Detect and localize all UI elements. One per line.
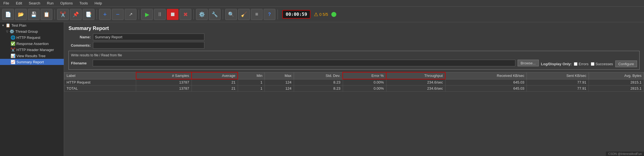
- menu-tools[interactable]: Tools: [78, 1, 89, 6]
- footer: CSDN @InterestAndFun: [606, 152, 644, 156]
- close-button[interactable]: ✖: [180, 9, 191, 20]
- browse-button[interactable]: Browse...: [518, 60, 539, 66]
- cell-avg-bytes: 2815.1: [589, 85, 644, 92]
- add-button[interactable]: +: [99, 9, 111, 20]
- comments-input[interactable]: [93, 42, 204, 49]
- configure-button[interactable]: Configure: [615, 61, 637, 67]
- sep3: [139, 9, 139, 19]
- tools2-button[interactable]: 🔧: [209, 9, 221, 20]
- tree-item-view-results-tree[interactable]: 📊 View Results Tree: [0, 53, 64, 59]
- panel-title: Summary Report: [64, 22, 644, 34]
- cell-min: 1: [238, 79, 265, 85]
- cell-throughput: 234.6/sec: [386, 85, 445, 92]
- sep4: [194, 9, 194, 19]
- table-row: HTTP Request 13787 21 1 124 8.23 0.00% 2…: [64, 79, 644, 85]
- icon-summary-report: 📈: [11, 60, 15, 64]
- icon-test-plan: 📋: [6, 23, 10, 27]
- warning-icon: ⚠: [314, 11, 318, 17]
- menu-run[interactable]: Run: [46, 1, 55, 6]
- paste-button[interactable]: 📌: [70, 9, 82, 20]
- list-button[interactable]: ≡: [251, 9, 263, 20]
- icon-thread-group: ⚙️: [9, 29, 14, 34]
- save-button[interactable]: 💾: [28, 9, 40, 20]
- cell-average: 21: [192, 85, 238, 92]
- cut-button[interactable]: ✂️: [57, 9, 69, 20]
- tools1-button[interactable]: ⚙️: [196, 9, 208, 20]
- name-input[interactable]: [93, 34, 204, 40]
- th-label: Label: [64, 72, 136, 79]
- cell-received-kb: 645.03: [445, 85, 527, 92]
- help-button[interactable]: ?: [264, 9, 275, 20]
- filename-input[interactable]: [93, 60, 515, 66]
- footer-text: CSDN @InterestAndFun: [608, 152, 642, 155]
- label-summary-report: Summary Report: [16, 60, 44, 64]
- copy-button[interactable]: 📋: [41, 9, 52, 20]
- menu-options[interactable]: Options: [59, 1, 74, 6]
- tree-item-thread-group[interactable]: ▽ ⚙️ Thread Group: [0, 28, 64, 34]
- th-max: Max: [265, 72, 294, 79]
- filename-label: Filename: [71, 61, 90, 65]
- clear-button[interactable]: 🧹: [238, 9, 250, 20]
- log-display-label: Log/Display Only:: [541, 62, 572, 66]
- summary-table: Label # Samples Average Min Max Std. Dev…: [64, 72, 644, 92]
- stop-button[interactable]: ⏹: [167, 9, 178, 20]
- arrow-thread-group: ▽: [6, 30, 8, 33]
- label-test-plan: Test Plan: [11, 23, 26, 27]
- th-received-kb: Received KB/sec: [445, 72, 527, 79]
- arrow-test-plan: ▼: [2, 24, 4, 27]
- sep2: [97, 9, 97, 19]
- th-error-pct: Error %: [343, 72, 386, 79]
- cell-sent-kb: 77.91: [527, 85, 589, 92]
- remove-button[interactable]: −: [112, 9, 124, 20]
- label-http-request: HTTP Request: [16, 36, 40, 40]
- successes-checkbox[interactable]: [591, 62, 594, 66]
- file-section: Write results to file / Read from file F…: [68, 51, 640, 70]
- label-http-header-manager: HTTP Header Manager: [16, 48, 54, 52]
- table-row: TOTAL 13787 21 1 124 8.23 0.00% 234.6/se…: [64, 85, 644, 92]
- cell-max: 124: [265, 85, 294, 92]
- th-avg-bytes: Avg. Bytes: [589, 72, 644, 79]
- cell-std-dev: 8.23: [294, 79, 343, 85]
- warning-count: 0: [319, 12, 322, 17]
- label-thread-group: Thread Group: [15, 29, 38, 34]
- successes-checkbox-item: Successes: [591, 62, 613, 66]
- menu-file[interactable]: File: [2, 1, 10, 6]
- tree-item-summary-report[interactable]: 📈 Summary Report: [0, 59, 64, 65]
- sep6: [278, 9, 278, 19]
- right-content-panel: Summary Report Name: Comments: Write res…: [64, 22, 644, 156]
- cell-throughput: 234.6/sec: [386, 79, 445, 85]
- reset-button[interactable]: ↗: [125, 9, 136, 20]
- tree-item-response-assertion[interactable]: ✅ Response Assertion: [0, 41, 64, 47]
- tree-item-http-header-manager[interactable]: ✂️ HTTP Header Manager: [0, 47, 64, 53]
- warning-display: ⚠ 0 5/5: [314, 11, 328, 17]
- th-average: Average: [192, 72, 238, 79]
- play-button[interactable]: ▶: [141, 9, 153, 20]
- left-tree-panel: ▼ 📋 Test Plan ▽ ⚙️ Thread Group 🌐 HTTP R…: [0, 22, 64, 156]
- name-label: Name:: [68, 35, 91, 39]
- cell-received-kb: 645.03: [445, 79, 527, 85]
- icon-http-request: 🌐: [11, 35, 15, 40]
- cell-std-dev: 8.23: [294, 85, 343, 92]
- errors-checkbox-item: Errors: [574, 62, 588, 66]
- errors-checkbox[interactable]: [574, 62, 577, 66]
- cell-max: 124: [265, 79, 294, 85]
- menu-edit[interactable]: Edit: [15, 1, 23, 6]
- cell-average: 21: [192, 79, 238, 85]
- open-button[interactable]: 📂: [15, 9, 27, 20]
- timer-display: 00:00:59: [282, 10, 310, 19]
- tree-item-http-request[interactable]: 🌐 HTTP Request: [0, 34, 64, 41]
- status-indicator: [331, 12, 336, 17]
- search-button[interactable]: 🔍: [225, 9, 237, 20]
- comments-label: Comments:: [68, 43, 91, 47]
- cell-label: TOTAL: [64, 85, 136, 92]
- expand-button[interactable]: 📑: [83, 9, 94, 20]
- menu-help[interactable]: Help: [94, 1, 103, 6]
- th-throughput: Throughput: [386, 72, 445, 79]
- main-layout: ▼ 📋 Test Plan ▽ ⚙️ Thread Group 🌐 HTTP R…: [0, 22, 644, 156]
- menu-search[interactable]: Search: [28, 1, 41, 6]
- label-view-results-tree: View Results Tree: [16, 54, 46, 58]
- th-min: Min: [238, 72, 265, 79]
- stop-arrow-button[interactable]: ⏸: [154, 9, 166, 20]
- tree-item-test-plan[interactable]: ▼ 📋 Test Plan: [0, 22, 64, 28]
- new-button[interactable]: 📄: [2, 9, 14, 20]
